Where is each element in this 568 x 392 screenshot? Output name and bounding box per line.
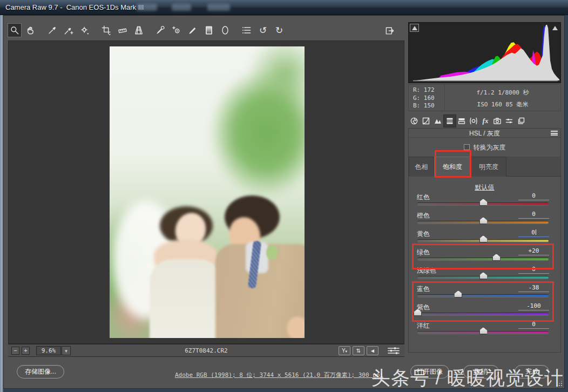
rgb-b-value: B: 150 xyxy=(413,102,435,110)
slider-label: 红色 xyxy=(417,193,430,202)
open-image-button[interactable]: 打开图像 xyxy=(410,365,449,379)
crop-tool-icon[interactable] xyxy=(100,24,113,37)
rgb-g-value: G: 160 xyxy=(413,94,435,103)
hsl-grayscale-tab-icon[interactable] xyxy=(444,115,456,127)
bride-dress xyxy=(150,259,222,338)
slider-thumb[interactable] xyxy=(479,272,488,279)
hsl-slider-row-1: 橙色0 xyxy=(409,211,560,229)
preview-mode-button[interactable]: Y▾ xyxy=(339,346,350,355)
basic-tab-icon[interactable] xyxy=(408,115,420,127)
slider-label: 洋红 xyxy=(417,321,430,330)
effects-tab-icon[interactable]: fx xyxy=(479,115,491,127)
toggle-panels-icon[interactable] xyxy=(383,24,396,37)
annotation-box-saturation-tab xyxy=(435,150,471,178)
slider-value-field[interactable]: 0 xyxy=(518,211,549,219)
photo[interactable] xyxy=(110,46,305,338)
foliage-top-right xyxy=(247,46,305,111)
workflow-options-link[interactable]: Adobe RGB (1998); 8 位; 3744 x 5616 (21.0… xyxy=(175,371,383,379)
slider-track[interactable] xyxy=(417,332,549,334)
slider-thumb[interactable] xyxy=(479,235,488,242)
presets-tab-icon[interactable] xyxy=(503,115,515,127)
image-preview-area[interactable] xyxy=(8,40,404,344)
swap-before-after-button[interactable]: ⇅ xyxy=(353,346,364,355)
straighten-tool-icon[interactable] xyxy=(116,24,129,37)
panel-title: HSL / 灰度 xyxy=(409,129,560,138)
red-eye-tool-icon[interactable] xyxy=(170,24,183,37)
targeted-adjustment-tool-icon[interactable] xyxy=(78,24,91,37)
toolbar: ↺ ↻ xyxy=(8,23,286,37)
slider-track[interactable] xyxy=(417,203,549,205)
highlight-clipping-warning-icon[interactable] xyxy=(550,24,559,32)
transform-tool-icon[interactable] xyxy=(132,24,145,37)
boutonniere xyxy=(266,245,278,260)
slider-label: 黄色 xyxy=(417,229,430,239)
shadow-clipping-warning-icon[interactable] xyxy=(410,24,419,32)
slider-label: 橙色 xyxy=(417,211,430,220)
preferences-icon[interactable] xyxy=(240,24,253,37)
tone-curve-tab-icon[interactable] xyxy=(420,115,432,127)
split-toning-tab-icon[interactable] xyxy=(456,115,468,127)
slider-value-field[interactable]: 0 xyxy=(518,229,549,237)
detail-tab-icon[interactable] xyxy=(432,115,444,127)
exposure-info: f/1.2 1/8000 秒 xyxy=(445,89,560,97)
slider-track[interactable] xyxy=(417,276,549,279)
camera-raw-window: Camera Raw 9.7 - Canon EOS-1Ds Mark III xyxy=(0,0,568,392)
panel-tab-bar: fx xyxy=(408,115,527,127)
slider-track[interactable] xyxy=(417,221,549,224)
annotation-box-green-slider xyxy=(412,244,554,269)
redacted-text xyxy=(137,4,157,11)
convert-to-grayscale-label: 转换为灰度 xyxy=(474,144,506,151)
panel-menu-icon[interactable] xyxy=(551,131,558,136)
slider-thumb[interactable] xyxy=(479,327,488,334)
window-title: Camera Raw 9.7 - Canon EOS-1Ds Mark III xyxy=(5,3,144,11)
slider-value-field[interactable]: 0 xyxy=(518,321,549,329)
status-bar: − + 9.6% ▾ 6Z7T0842.CR2 Y▾ ⇅ ◄ xyxy=(8,344,404,357)
convert-to-grayscale-checkbox[interactable] xyxy=(464,144,470,150)
color-sampler-tool-icon[interactable] xyxy=(62,24,75,37)
image-info: R: 172 G: 160 B: 150 f/1.2 1/8000 秒 ISO … xyxy=(408,84,561,111)
radial-filter-tool-icon[interactable] xyxy=(219,24,232,37)
iso-focal-info: ISO 160 85 毫米 xyxy=(445,100,560,109)
text-caret xyxy=(536,229,536,235)
hsl-subtab-2[interactable]: 明亮度 xyxy=(471,157,506,177)
default-link[interactable]: 默认值 xyxy=(475,184,495,191)
rotate-left-icon[interactable]: ↺ xyxy=(256,24,269,37)
save-image-button[interactable]: 存储图像... xyxy=(17,365,64,379)
slider-thumb[interactable] xyxy=(479,199,488,206)
done-button[interactable]: 完成 xyxy=(515,365,549,379)
snapshots-tab-icon[interactable] xyxy=(515,115,527,127)
adjustment-brush-tool-icon[interactable] xyxy=(186,24,199,37)
slider-track[interactable] xyxy=(417,240,549,242)
spot-removal-tool-icon[interactable] xyxy=(154,24,167,37)
copy-settings-button[interactable]: ◄ xyxy=(367,346,378,355)
graduated-filter-tool-icon[interactable] xyxy=(202,24,215,37)
hsl-slider-row-0: 红色0 xyxy=(409,192,560,211)
hsl-slider-row-7: 洋红0 xyxy=(409,321,560,339)
redacted-text xyxy=(207,4,230,11)
cancel-button[interactable]: 取消 xyxy=(463,365,499,379)
hsl-subtab-0[interactable]: 色相 xyxy=(409,157,434,177)
annotation-box-blue-purple-sliders xyxy=(412,281,554,322)
slider-value-field[interactable]: 0 xyxy=(518,192,549,200)
slider-thumb[interactable] xyxy=(479,217,488,224)
settings-sliders-icon[interactable] xyxy=(387,346,400,357)
window-frame: ↺ ↻ xyxy=(0,15,568,392)
rgb-r-value: R: 172 xyxy=(413,86,435,94)
titlebar[interactable]: Camera Raw 9.7 - Canon EOS-1Ds Mark III xyxy=(0,0,568,15)
zoom-tool-icon[interactable] xyxy=(8,24,21,37)
histogram xyxy=(408,22,561,83)
white-balance-tool-icon[interactable] xyxy=(46,24,59,37)
hsl-subtabs: 色相饱和度明亮度 xyxy=(409,157,560,177)
rotate-right-icon[interactable]: ↻ xyxy=(273,24,286,37)
hand-tool-icon[interactable] xyxy=(24,24,37,37)
lens-corrections-tab-icon[interactable] xyxy=(468,115,479,127)
redacted-text xyxy=(172,4,191,11)
camera-raw-dialog: ↺ ↻ xyxy=(3,15,565,389)
footer: 存储图像... Adobe RGB (1998); 8 位; 3744 x 56… xyxy=(4,357,565,389)
groom-hand xyxy=(287,316,305,338)
camera-calibration-tab-icon[interactable] xyxy=(491,115,503,127)
